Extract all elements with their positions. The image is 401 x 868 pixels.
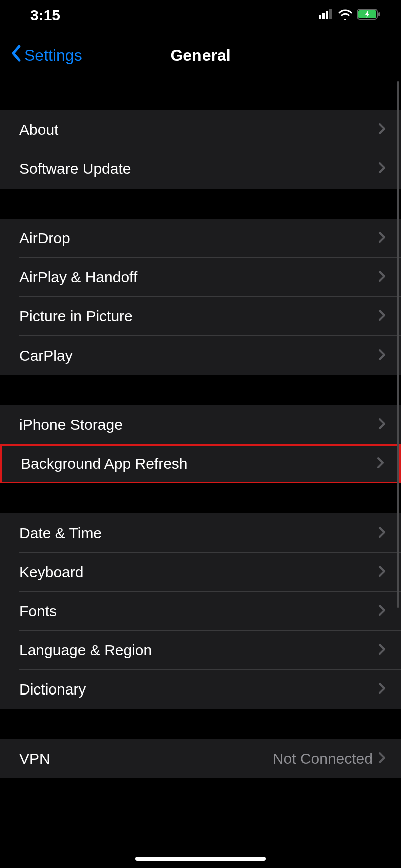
- chevron-right-icon: [378, 682, 386, 697]
- section: AirDropAirPlay & HandoffPicture in Pictu…: [0, 219, 401, 375]
- home-indicator[interactable]: [135, 857, 266, 861]
- row-label: Dictionary: [19, 681, 378, 698]
- row-language-region[interactable]: Language & Region: [0, 631, 401, 670]
- row-iphone-storage[interactable]: iPhone Storage: [0, 405, 401, 444]
- svg-rect-3: [329, 9, 332, 19]
- chevron-right-icon: [378, 309, 386, 324]
- chevron-right-icon: [378, 526, 386, 541]
- cellular-icon: [319, 9, 334, 21]
- scrollbar[interactable]: [397, 81, 399, 608]
- row-label: Fonts: [19, 603, 378, 620]
- row-label: iPhone Storage: [19, 416, 378, 433]
- row-label: About: [19, 121, 378, 138]
- row-label: Keyboard: [19, 564, 378, 581]
- row-date-time[interactable]: Date & Time: [0, 513, 401, 553]
- row-software-update[interactable]: Software Update: [0, 149, 401, 189]
- svg-rect-6: [378, 12, 380, 16]
- page-title: General: [170, 46, 230, 65]
- row-about[interactable]: About: [0, 110, 401, 149]
- chevron-right-icon: [378, 643, 386, 658]
- row-background-app-refresh[interactable]: Background App Refresh: [0, 444, 401, 483]
- row-dictionary[interactable]: Dictionary: [0, 670, 401, 709]
- chevron-right-icon: [378, 122, 386, 137]
- chevron-right-icon: [378, 565, 386, 580]
- row-label: VPN: [19, 750, 273, 767]
- status-time: 3:15: [30, 7, 60, 24]
- row-label: Picture in Picture: [19, 308, 378, 325]
- section: VPNNot Connected: [0, 739, 401, 778]
- chevron-right-icon: [376, 456, 384, 471]
- row-label: CarPlay: [19, 347, 378, 364]
- row-label: Background App Refresh: [21, 455, 376, 472]
- chevron-right-icon: [378, 231, 386, 246]
- status-indicators: [319, 9, 381, 22]
- row-vpn[interactable]: VPNNot Connected: [0, 739, 401, 778]
- row-label: Software Update: [19, 160, 378, 178]
- nav-bar: Settings General: [0, 30, 401, 80]
- row-label: Date & Time: [19, 525, 378, 542]
- svg-rect-1: [322, 13, 325, 19]
- chevron-right-icon: [378, 270, 386, 285]
- chevron-right-icon: [378, 604, 386, 619]
- row-airplay-handoff[interactable]: AirPlay & Handoff: [0, 258, 401, 297]
- section-gap: [0, 80, 401, 110]
- row-keyboard[interactable]: Keyboard: [0, 553, 401, 592]
- row-fonts[interactable]: Fonts: [0, 592, 401, 631]
- chevron-right-icon: [378, 751, 386, 766]
- section: iPhone StorageBackground App Refresh: [0, 405, 401, 483]
- row-picture-in-picture[interactable]: Picture in Picture: [0, 297, 401, 336]
- section-gap: [0, 375, 401, 405]
- svg-rect-2: [326, 11, 328, 19]
- row-airdrop[interactable]: AirDrop: [0, 219, 401, 258]
- section-gap: [0, 483, 401, 513]
- section: AboutSoftware Update: [0, 110, 401, 189]
- settings-list[interactable]: AboutSoftware UpdateAirDropAirPlay & Han…: [0, 80, 401, 778]
- chevron-right-icon: [378, 348, 386, 363]
- status-bar: 3:15: [0, 0, 401, 30]
- row-label: Language & Region: [19, 642, 378, 659]
- row-label: AirPlay & Handoff: [19, 269, 378, 286]
- row-carplay[interactable]: CarPlay: [0, 336, 401, 375]
- battery-charging-icon: [357, 9, 381, 22]
- section-gap: [0, 709, 401, 739]
- svg-rect-0: [319, 15, 321, 19]
- section: Date & TimeKeyboardFontsLanguage & Regio…: [0, 513, 401, 709]
- section-gap: [0, 189, 401, 219]
- wifi-icon: [338, 9, 353, 22]
- row-label: AirDrop: [19, 230, 378, 247]
- row-value: Not Connected: [273, 750, 373, 767]
- chevron-left-icon: [10, 44, 22, 66]
- chevron-right-icon: [378, 161, 386, 177]
- back-button[interactable]: Settings: [10, 44, 82, 66]
- back-label: Settings: [24, 46, 82, 65]
- chevron-right-icon: [378, 417, 386, 432]
